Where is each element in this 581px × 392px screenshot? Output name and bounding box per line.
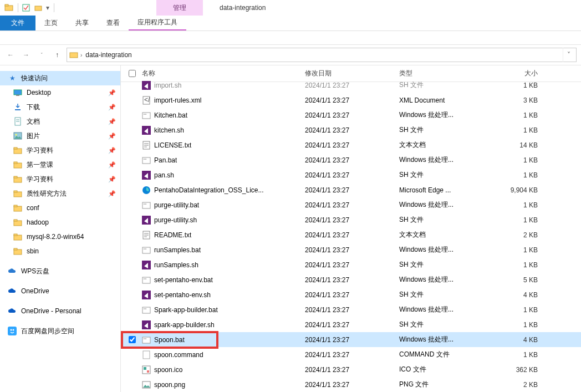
file-row[interactable]: spoon.ico2024/1/1 23:27ICO 文件362 KB xyxy=(121,362,581,377)
file-row[interactable]: Kitchen.bat2024/1/1 23:27Windows 批处理...1… xyxy=(121,108,581,123)
file-row[interactable]: pan.sh2024/1/1 23:27SH 文件1 KB xyxy=(121,167,581,182)
row-checkbox[interactable] xyxy=(125,321,139,328)
file-name-cell[interactable]: README.txt xyxy=(139,231,305,240)
file-name-cell[interactable]: </>import-rules.xml xyxy=(139,96,305,105)
file-row[interactable]: purge-utility.bat2024/1/1 23:27Windows 批… xyxy=(121,197,581,212)
file-row[interactable]: spoon.png2024/1/1 23:27PNG 文件2 KB xyxy=(121,377,581,392)
file-name-cell[interactable]: LICENSE.txt xyxy=(139,141,305,150)
file-row[interactable]: PentahoDataIntegration_OSS_Lice...2024/1… xyxy=(121,182,581,197)
qat-folder-icon[interactable] xyxy=(33,2,44,13)
row-checkbox[interactable] xyxy=(125,156,139,164)
row-checkbox[interactable] xyxy=(125,306,139,313)
file-name-cell[interactable]: pan.sh xyxy=(139,171,305,180)
row-checkbox[interactable] xyxy=(125,82,139,89)
file-name-cell[interactable]: purge-utility.sh xyxy=(139,216,305,225)
file-name-cell[interactable]: spoon.command xyxy=(139,350,305,359)
address-dropdown[interactable]: ˅ xyxy=(563,48,574,62)
breadcrumb-segment[interactable]: data-integration xyxy=(84,51,132,59)
nav-item[interactable]: 下载📌 xyxy=(0,100,120,114)
row-checkbox[interactable] xyxy=(125,141,139,149)
nav-item[interactable]: sbin xyxy=(0,244,120,258)
file-row[interactable]: </>import-rules.xml2024/1/1 23:27XML Doc… xyxy=(121,93,581,108)
file-row[interactable]: LICENSE.txt2024/1/1 23:27文本文档14 KB xyxy=(121,138,581,152)
qat-dropdown-icon[interactable]: ▾ xyxy=(45,2,50,13)
file-row[interactable]: kitchen.sh2024/1/1 23:27SH 文件1 KB xyxy=(121,123,581,138)
row-checkbox[interactable] xyxy=(125,336,139,343)
recent-dropdown[interactable]: ˅ xyxy=(35,49,48,61)
nav-item[interactable]: 学习资料📌 xyxy=(0,143,120,157)
file-name-cell[interactable]: runSamples.sh xyxy=(139,261,305,269)
file-name-cell[interactable]: kitchen.sh xyxy=(139,126,305,135)
address-bar[interactable]: › data-integration ˅ xyxy=(67,48,577,62)
file-name-cell[interactable]: spark-app-builder.sh xyxy=(139,320,305,329)
file-name-cell[interactable]: set-pentaho-env.bat xyxy=(139,276,305,284)
file-row[interactable]: Spark-app-builder.bat2024/1/1 23:27Windo… xyxy=(121,302,581,317)
chevron-right-icon[interactable]: › xyxy=(80,52,82,58)
file-name-cell[interactable]: Spark-app-builder.bat xyxy=(139,306,305,314)
tab-apptools[interactable]: 应用程序工具 xyxy=(129,16,186,30)
row-checkbox[interactable] xyxy=(125,231,139,238)
nav-onedrive[interactable]: OneDrive xyxy=(0,284,120,298)
tab-home[interactable]: 主页 xyxy=(35,16,67,30)
nav-item[interactable]: 学习资料📌 xyxy=(0,172,120,186)
tab-view[interactable]: 查看 xyxy=(98,16,129,30)
nav-wps[interactable]: WPS云盘 xyxy=(0,264,120,278)
row-checkbox[interactable] xyxy=(125,291,139,298)
file-row[interactable]: Spoon.bat2024/1/1 23:27Windows 批处理...4 K… xyxy=(121,332,581,347)
file-name-cell[interactable]: Pan.bat xyxy=(139,156,305,165)
file-row[interactable]: import.sh2024/1/1 23:27SH 文件1 KB xyxy=(121,78,581,93)
tab-file[interactable]: 文件 xyxy=(0,16,35,30)
file-row[interactable]: spark-app-builder.sh2024/1/1 23:27SH 文件1… xyxy=(121,317,581,332)
row-checkbox[interactable] xyxy=(125,201,139,208)
column-date[interactable]: 修改日期 xyxy=(305,69,399,78)
file-row[interactable]: README.txt2024/1/1 23:27文本文档2 KB xyxy=(121,227,581,242)
file-name-cell[interactable]: PentahoDataIntegration_OSS_Lice... xyxy=(139,186,305,195)
file-name-cell[interactable]: set-pentaho-env.sh xyxy=(139,291,305,299)
file-row[interactable]: spoon.command2024/1/1 23:27COMMAND 文件1 K… xyxy=(121,347,581,362)
file-name-cell[interactable]: import.sh xyxy=(139,81,305,90)
file-rows[interactable]: import.sh2024/1/1 23:27SH 文件1 KB</>impor… xyxy=(121,78,581,392)
nav-quick-access[interactable]: ★ 快速访问 xyxy=(0,71,120,85)
nav-item[interactable]: Desktop📌 xyxy=(0,85,120,100)
nav-onedrive-personal[interactable]: OneDrive - Personal xyxy=(0,304,120,318)
row-checkbox[interactable] xyxy=(125,111,139,119)
file-name-cell[interactable]: purge-utility.bat xyxy=(139,201,305,210)
column-size[interactable]: 大小 xyxy=(493,69,543,78)
forward-button[interactable]: → xyxy=(20,49,32,61)
file-row[interactable]: runSamples.sh2024/1/1 23:27SH 文件1 KB xyxy=(121,257,581,272)
row-checkbox[interactable] xyxy=(125,351,139,358)
row-checkbox[interactable] xyxy=(125,186,139,194)
back-button[interactable]: ← xyxy=(4,49,17,61)
row-checkbox[interactable] xyxy=(125,96,139,104)
row-checkbox[interactable] xyxy=(125,261,139,268)
select-all-checkbox[interactable] xyxy=(125,70,139,77)
up-button[interactable]: ↑ xyxy=(51,49,63,61)
file-name-cell[interactable]: Spoon.bat xyxy=(139,335,305,344)
column-type[interactable]: 类型 xyxy=(399,69,493,78)
row-checkbox[interactable] xyxy=(125,276,139,283)
row-checkbox[interactable] xyxy=(125,246,139,253)
row-checkbox[interactable] xyxy=(125,381,139,388)
file-row[interactable]: Pan.bat2024/1/1 23:27Windows 批处理...1 KB xyxy=(121,152,581,167)
file-name-cell[interactable]: spoon.png xyxy=(139,380,305,389)
file-row[interactable]: set-pentaho-env.sh2024/1/1 23:27SH 文件4 K… xyxy=(121,287,581,302)
column-name[interactable]: 名称 xyxy=(139,69,305,78)
nav-item[interactable]: mysql-8.2.0-winx64 xyxy=(0,230,120,244)
qat-checkbox-icon[interactable] xyxy=(21,2,32,13)
file-row[interactable]: purge-utility.sh2024/1/1 23:27SH 文件1 KB xyxy=(121,212,581,227)
file-row[interactable]: set-pentaho-env.bat2024/1/1 23:27Windows… xyxy=(121,272,581,287)
tab-share[interactable]: 共享 xyxy=(67,16,98,30)
row-checkbox[interactable] xyxy=(125,366,139,373)
file-row[interactable]: runSamples.bat2024/1/1 23:27Windows 批处理.… xyxy=(121,242,581,257)
navigation-pane[interactable]: ★ 快速访问 Desktop📌下载📌文档📌图片📌学习资料📌第一堂课📌学习资料📌质… xyxy=(0,65,121,392)
row-checkbox[interactable] xyxy=(125,216,139,223)
file-name-cell[interactable]: Kitchen.bat xyxy=(139,111,305,120)
row-checkbox[interactable] xyxy=(125,171,139,179)
nav-item[interactable]: 质性研究方法📌 xyxy=(0,186,120,201)
nav-item[interactable]: conf xyxy=(0,201,120,215)
row-checkbox[interactable] xyxy=(125,126,139,134)
nav-item[interactable]: 文档📌 xyxy=(0,114,120,129)
file-name-cell[interactable]: spoon.ico xyxy=(139,365,305,374)
nav-item[interactable]: hadoop xyxy=(0,215,120,230)
nav-item[interactable]: 第一堂课📌 xyxy=(0,157,120,172)
